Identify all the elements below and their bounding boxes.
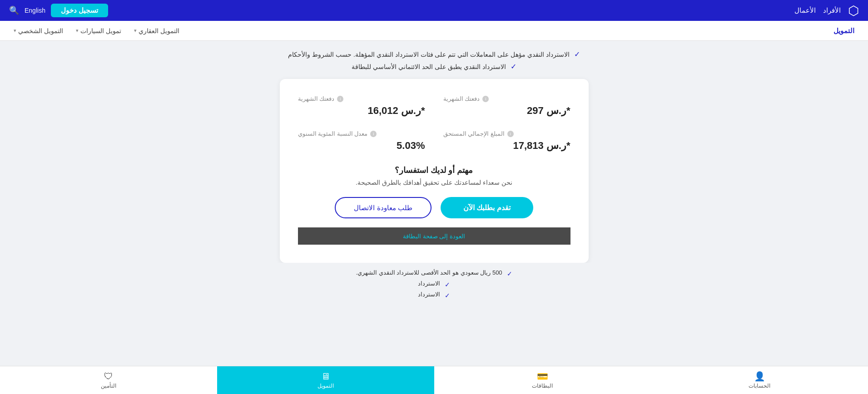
stat-value-4: 5.03% (298, 140, 425, 152)
info-icon-4: i (370, 131, 377, 137)
stat-total-due: i المبلغ الإجمالي المستحق ر.س 17,813* (443, 130, 570, 152)
nav-item-car[interactable]: تمويل السيارات ▾ (76, 27, 121, 34)
stat-monthly-payment-left: i دفعتك الشهرية ر.س 16,012* (298, 95, 425, 117)
bullet-section: ✓ الاسترداد النقدي مؤهل على المعاملات ال… (0, 50, 868, 71)
tab-accounts[interactable]: 👤 الحسابات (651, 366, 868, 394)
language-button[interactable]: English (25, 7, 45, 14)
info-icon-1: i (482, 96, 489, 102)
accounts-icon: 👤 (754, 372, 765, 381)
login-button[interactable]: تسجيل دخول (51, 4, 108, 17)
bottom-notes: ✓ 500 ريال سعودي هو الحد الأقصى للاستردا… (0, 263, 868, 304)
cta-heading: مهتم أو لديك استفسار؟ (298, 165, 570, 175)
note-item-3: ✓ الاسترداد (9, 291, 859, 299)
note-text-1: 500 ريال سعودي هو الحد الأقصى للاسترداد … (356, 269, 502, 276)
cta-buttons: تقدم بطلبك الآن طلب معاودة الاتصال (298, 197, 570, 218)
financing-icon: 🖥 (321, 372, 330, 381)
info-icon-2: i (337, 96, 343, 102)
nav-item-mortgage[interactable]: التمويل العقاري ▾ (134, 27, 179, 34)
bullet-text-1: الاسترداد النقدي مؤهل على المعاملات التي… (288, 51, 569, 58)
chevron-down-icon: ▾ (14, 28, 16, 34)
cta-subheading: نحن سعداء لمساعدتك على تحقيق أهدافك بالط… (298, 179, 570, 186)
secondary-nav-items: التمويل العقاري ▾ تمويل السيارات ▾ التمو… (14, 27, 179, 34)
stat-label-2: i دفعتك الشهرية (298, 95, 344, 102)
top-nav-right: ⬡ الأفراد الأعمال (794, 3, 859, 18)
info-icon-3: i (507, 131, 514, 137)
note-item-2: ✓ الاسترداد (9, 280, 859, 288)
tab-accounts-label: الحسابات (749, 383, 770, 389)
tab-cards-label: البطاقات (532, 383, 553, 389)
top-nav-left: تسجيل دخول English 🔍 (9, 4, 108, 17)
chevron-down-icon: ▾ (76, 28, 79, 34)
brand-logo: ⬡ (848, 3, 859, 18)
nav-individuals[interactable]: الأفراد (823, 6, 841, 15)
note-item-1: ✓ 500 ريال سعودي هو الحد الأقصى للاستردا… (9, 269, 859, 277)
insurance-icon: 🛡 (104, 372, 113, 381)
note-text-3: الاسترداد (418, 291, 440, 298)
stat-label-4: i معدل النسبة المئوية السنوي (298, 130, 377, 137)
note-text-2: الاسترداد (418, 280, 440, 287)
stats-grid: i دفعتك الشهرية ر.س 297* i دفعتك الشهرية… (298, 95, 570, 152)
tab-insurance-label: التأمين (101, 383, 116, 389)
stat-annual-rate: i معدل النسبة المئوية السنوي 5.03% (298, 130, 425, 152)
stat-value-2: ر.س 16,012* (298, 105, 425, 117)
callback-button[interactable]: طلب معاودة الاتصال (335, 197, 431, 218)
cards-icon: 💳 (537, 372, 548, 381)
chevron-down-icon: ▾ (134, 28, 137, 34)
back-to-card-link[interactable]: العودة إلى صفحة البطاقة (403, 233, 465, 240)
tab-financing-label: التمويل (317, 383, 334, 389)
note-check-2: ✓ (445, 281, 450, 288)
stat-value-3: ر.س 17,813* (443, 140, 570, 152)
bullet-text-2: الاسترداد النقدي يطبق على الحد الائتماني… (352, 63, 506, 70)
nav-financing-home[interactable]: التمويل (833, 27, 854, 35)
nav-item-personal[interactable]: التمويل الشخصي ▾ (14, 27, 63, 34)
tab-insurance[interactable]: 🛡 التأمين (0, 366, 217, 394)
stat-value-1: ر.س 297* (443, 105, 570, 117)
search-icon[interactable]: 🔍 (9, 5, 19, 15)
financing-card: i دفعتك الشهرية ر.س 297* i دفعتك الشهرية… (280, 79, 589, 263)
stat-label-3: i المبلغ الإجمالي المستحق (443, 130, 514, 137)
check-icon-1: ✓ (574, 50, 580, 59)
tab-cards[interactable]: 💳 البطاقات (434, 366, 651, 394)
apply-now-button[interactable]: تقدم بطلبك الآن (441, 197, 533, 218)
nav-business[interactable]: الأعمال (794, 6, 816, 15)
note-check-1: ✓ (507, 270, 512, 277)
bullet-item-1: ✓ الاسترداد النقدي مؤهل على المعاملات ال… (9, 50, 859, 59)
stat-monthly-payment-right: i دفعتك الشهرية ر.س 297* (443, 95, 570, 117)
back-bar: العودة إلى صفحة البطاقة (298, 227, 570, 245)
stat-label-1: i دفعتك الشهرية (443, 95, 489, 102)
tab-financing[interactable]: 🖥 التمويل (217, 366, 434, 394)
top-navigation: ⬡ الأفراد الأعمال تسجيل دخول English 🔍 (0, 0, 868, 21)
secondary-navigation: التمويل التمويل العقاري ▾ تمويل السيارات… (0, 21, 868, 41)
main-content: ✓ الاسترداد النقدي مؤهل على المعاملات ال… (0, 41, 868, 359)
note-check-3: ✓ (445, 292, 450, 299)
bottom-tab-bar: 👤 الحسابات 💳 البطاقات 🖥 التمويل 🛡 التأمي… (0, 366, 868, 394)
check-icon-2: ✓ (511, 62, 516, 71)
bullet-item-2: ✓ الاسترداد النقدي يطبق على الحد الائتما… (9, 62, 859, 71)
